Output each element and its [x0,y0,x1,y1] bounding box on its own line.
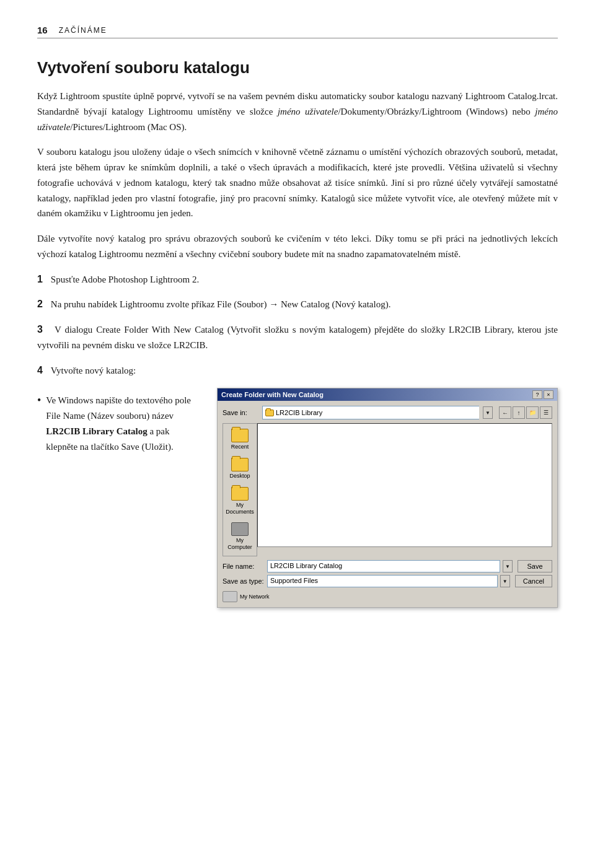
step-4-text-block: • Ve Windows napište do textového pole F… [37,388,198,454]
step-3: 3 V dialogu Create Folder With New Catal… [37,322,558,353]
toolbar-new-folder-btn[interactable]: 📁 [526,406,539,419]
mydocs-folder-icon [231,487,249,501]
dialog-cancel-col: Cancel [515,575,552,587]
mycomputer-label: My Computer [224,537,255,551]
dialog-main-row: Recent Desktop My Documents My Computer [223,423,552,556]
folder-icon [265,410,274,416]
dialog-body: Save in: LR2CIB Library ▼ ← ↑ 📁 ☰ [218,401,557,607]
dialog-buttons: Save [518,560,552,572]
save-in-folder: LR2CIB Library [265,409,322,416]
bullet-dot: • [37,393,41,454]
step-3-number: 3 [37,324,51,335]
page-number: 16 [37,25,48,35]
mynetwork-icon [223,591,237,602]
dialog-file-area[interactable] [257,423,552,547]
save-in-value[interactable]: LR2CIB Library [262,406,479,419]
page-header: 16 ZAČÍNÁME [37,25,558,38]
step-1: 1 Spusťte Adobe Photoshop Lightroom 2. [37,272,558,287]
filename-dropdown[interactable]: ▼ [503,560,513,572]
step-3-text: V dialogu Create Folder With New Catalog… [37,325,558,350]
save-in-row: Save in: LR2CIB Library ▼ ← ↑ 📁 ☰ [223,406,552,419]
sidebar-item-mynetwork[interactable]: My Network [223,591,270,602]
step-4: 4 Vytvořte nový katalog: [37,363,558,379]
chapter-title: ZAČÍNÁME [59,26,107,35]
desktop-label: Desktop [229,473,250,480]
save-button[interactable]: Save [518,560,552,572]
step-4-label: Vytvořte nový katalog: [51,366,136,375]
sidebar-item-recent[interactable]: Recent [224,429,255,450]
filename-input[interactable]: LR2CIB Library Catalog [267,560,500,572]
mydocs-label: My Documents [224,502,255,515]
dialog-bottom: File name: LR2CIB Library Catalog ▼ Save… [223,560,552,602]
savetype-input[interactable]: Supported Files [267,575,498,587]
filename-row: File name: LR2CIB Library Catalog ▼ Save [223,560,552,572]
paragraph-2: V souboru katalogu jsou uloženy údaje o … [37,144,558,221]
toolbar-back-btn[interactable]: ← [499,406,511,419]
savetype-value: Supported Files [270,577,318,584]
dialog-titlebar: Create Folder with New Catalog ? × [218,388,557,401]
paragraph-1: Když Lightroom spustíte úplně poprvé, vy… [37,89,558,134]
step-2-number: 2 [37,299,48,309]
step-1-number: 1 [37,274,48,284]
dialog-help-button[interactable]: ? [532,390,542,399]
dialog-close-button[interactable]: × [544,390,553,399]
recent-folder-icon [231,429,249,442]
mynetwork-label: My Network [240,594,270,600]
cancel-button[interactable]: Cancel [515,575,552,587]
step-2: 2 Na pruhu nabídek Lightroomu zvolte pří… [37,297,558,312]
save-in-label: Save in: [223,409,258,416]
paragraph-3: Dále vytvoříte nový katalog pro správu o… [37,231,558,262]
sidebar-item-desktop[interactable]: Desktop [224,458,255,480]
sidebar-item-mycomputer[interactable]: My Computer [224,522,255,551]
sidebar-item-mydocs[interactable]: My Documents [224,487,255,515]
step-4-bullet-text: Ve Windows napište do textového pole Fil… [46,393,198,454]
save-in-text: LR2CIB Library [276,409,322,416]
recent-label: Recent [231,444,249,450]
step-4-bullet: • Ve Windows napište do textového pole F… [37,393,198,454]
toolbar-up-btn[interactable]: ↑ [513,406,525,419]
savetype-row: Save as type: Supported Files ▼ Cancel [223,575,552,587]
mycomputer-icon [231,522,249,536]
step-2-text: Na pruhu nabídek Lightroomu zvolte příka… [51,299,391,309]
dialog-title: Create Folder with New Catalog [221,391,324,398]
savetype-label: Save as type: [223,577,265,585]
step-4-number: 4 [37,365,48,375]
filename-value: LR2CIB Library Catalog [270,562,342,569]
dialog-screenshot: Create Folder with New Catalog ? × Save … [217,388,558,608]
step-4-content: • Ve Windows napište do textového pole F… [37,388,558,608]
desktop-folder-icon [231,458,249,471]
toolbar-view-btn[interactable]: ☰ [540,406,552,419]
section-title: Vytvoření souboru katalogu [37,58,558,77]
filename-label: File name: [223,563,265,570]
dialog-sidebar: Recent Desktop My Documents My Computer [223,423,257,556]
dialog-toolbar: ← ↑ 📁 ☰ [499,406,552,419]
step-1-text: Spusťte Adobe Photoshop Lightroom 2. [51,274,199,284]
save-in-dropdown[interactable]: ▼ [483,406,493,419]
dialog-titlebar-buttons: ? × [532,390,553,399]
savetype-dropdown[interactable]: ▼ [500,575,510,587]
mynetwork-row: My Network [223,591,552,602]
